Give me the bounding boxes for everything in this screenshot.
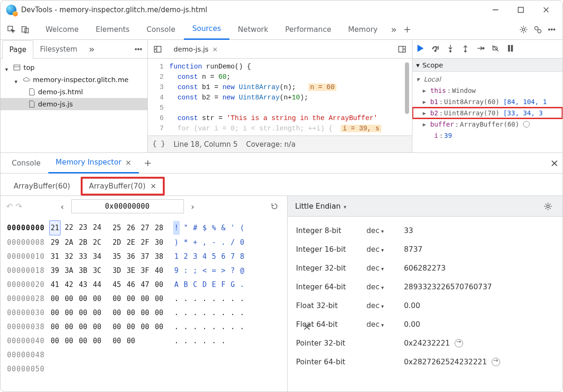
hex-byte[interactable]: 00	[49, 292, 61, 306]
add-panel-plus-icon[interactable]	[400, 23, 414, 37]
hex-byte[interactable]: 2E	[125, 235, 137, 249]
settings-gear-icon[interactable]	[517, 23, 531, 37]
hex-byte[interactable]: 32	[63, 249, 75, 264]
hex-byte[interactable]: 2F	[139, 235, 151, 249]
address-input[interactable]	[71, 199, 184, 213]
value-encoding-selector[interactable]: dec	[366, 320, 404, 329]
hex-byte[interactable]: 35	[111, 249, 122, 264]
hex-row[interactable]: 00000050	[7, 362, 282, 376]
ascii-char[interactable]: #	[192, 221, 198, 235]
ascii-char[interactable]: 8	[239, 249, 245, 264]
panel-tab-sources[interactable]: Sources	[184, 19, 229, 40]
ascii-char[interactable]: D	[201, 278, 208, 292]
ascii-char[interactable]: .	[201, 292, 208, 306]
ascii-char[interactable]: F	[220, 278, 227, 292]
ascii-char[interactable]	[239, 334, 245, 348]
scope-var-this[interactable]: this: Window	[412, 85, 563, 96]
hex-byte[interactable]: 23	[77, 220, 89, 235]
ascii-char[interactable]: .	[183, 334, 189, 348]
hex-byte[interactable]: 3D	[111, 264, 122, 278]
hex-byte[interactable]: 00	[125, 320, 137, 334]
hex-byte[interactable]	[139, 334, 151, 348]
code-area[interactable]: function runDemo() { const n = 60; const…	[167, 59, 412, 136]
ascii-char[interactable]: 2	[183, 249, 189, 264]
ascii-char[interactable]: $	[201, 221, 208, 235]
hex-byte[interactable]: 2D	[111, 235, 122, 249]
tree-file-js[interactable]: demo-js.js	[0, 98, 147, 110]
hex-byte[interactable]: 30	[153, 235, 165, 249]
ascii-char[interactable]: &	[220, 221, 227, 235]
ascii-char[interactable]: .	[239, 292, 245, 306]
ascii-char[interactable]: ?	[229, 264, 236, 278]
more-navigator-tabs-icon[interactable]	[84, 42, 98, 56]
hex-byte[interactable]: 26	[125, 221, 137, 235]
value-encoding-selector[interactable]: dec	[366, 302, 404, 310]
close-drawer-icon[interactable]: ×	[550, 157, 559, 169]
editor-scrollbar[interactable]	[405, 62, 409, 114]
navigator-tab-page[interactable]: Page	[2, 40, 33, 59]
ascii-char[interactable]: E	[211, 278, 217, 292]
hex-row[interactable]: 00000048	[7, 348, 282, 362]
hex-row[interactable]: 000000002122232425262728!"#$%&'(	[7, 220, 282, 235]
hex-byte[interactable]: 00	[49, 306, 61, 320]
memory-tab-ab70[interactable]: ArrayBuffer(70)×	[81, 177, 165, 196]
hex-byte[interactable]: 00	[125, 334, 137, 348]
ascii-char[interactable]: .	[229, 320, 236, 334]
hex-byte[interactable]: 46	[125, 278, 137, 292]
ascii-char[interactable]: .	[220, 292, 227, 306]
hex-byte[interactable]: 00	[153, 278, 165, 292]
hex-byte[interactable]: 00	[139, 306, 151, 320]
page-next-icon[interactable]: ›	[187, 202, 199, 211]
ascii-char[interactable]: 6	[220, 249, 227, 264]
ascii-char[interactable]: .	[173, 306, 180, 320]
page-prev-icon[interactable]: ‹	[56, 202, 68, 211]
hex-byte[interactable]: 3C	[91, 264, 103, 278]
hex-byte[interactable]: 2A	[63, 235, 75, 249]
endianness-selector[interactable]: Little Endian	[295, 202, 346, 211]
ascii-char[interactable]: >	[220, 264, 227, 278]
scope-var-b1[interactable]: b1: Uint8Array(60) [84, 104, 1	[412, 96, 563, 107]
hex-byte[interactable]: 43	[77, 278, 89, 292]
hex-row[interactable]: 00000008292A2B2C2D2E2F30)*+,-./0	[7, 235, 282, 249]
ascii-char[interactable]: <	[201, 264, 208, 278]
hex-byte[interactable]: 00	[153, 320, 165, 334]
history-back-icon[interactable]: ↶	[6, 202, 13, 211]
hex-byte[interactable]: 00	[139, 320, 151, 334]
hex-byte[interactable]: 00	[63, 292, 75, 306]
ascii-char[interactable]: '	[229, 221, 236, 235]
hex-byte[interactable]: 00	[125, 306, 137, 320]
deactivate-breakpoints-button[interactable]	[491, 44, 500, 54]
hex-byte[interactable]: 29	[49, 235, 61, 249]
close-tab-icon[interactable]: ×	[125, 158, 131, 167]
hex-byte[interactable]: 00	[91, 334, 103, 348]
add-drawer-tab-icon[interactable]	[141, 156, 155, 170]
navigator-tab-filesystem[interactable]: Filesystem	[33, 40, 84, 59]
device-toggle-icon[interactable]	[18, 23, 32, 37]
ascii-char[interactable]: (	[239, 221, 245, 235]
ascii-char[interactable]: .	[211, 320, 217, 334]
brackets-icon[interactable]: { }	[152, 140, 165, 148]
scope-var-buffer[interactable]: buffer: ArrayBuffer(60)	[412, 119, 563, 130]
hex-byte[interactable]: 00	[77, 306, 89, 320]
memory-tab-ab60[interactable]: ArrayBuffer(60)	[7, 177, 77, 196]
value-settings-gear-icon[interactable]	[541, 199, 555, 213]
hex-byte[interactable]: 21	[49, 220, 61, 235]
ascii-char[interactable]: *	[183, 235, 189, 249]
tree-file-html[interactable]: demo-js.html	[0, 86, 147, 98]
ascii-char[interactable]: )	[173, 235, 180, 249]
hex-byte[interactable]: 3A	[63, 264, 75, 278]
ascii-char[interactable]: 7	[229, 249, 236, 264]
pause-exceptions-button[interactable]	[506, 44, 515, 54]
ascii-char[interactable]: 4	[201, 249, 208, 264]
ascii-char[interactable]: .	[239, 320, 245, 334]
ascii-char[interactable]: .	[192, 292, 198, 306]
tree-domain[interactable]: memory-inspector.glitch.me	[0, 74, 147, 86]
hex-byte[interactable]: 25	[111, 221, 122, 235]
ascii-char[interactable]: 5	[211, 249, 217, 264]
step-over-button[interactable]	[431, 44, 440, 54]
hex-byte[interactable]: 28	[153, 221, 165, 235]
hex-byte[interactable]: 3B	[77, 264, 89, 278]
hex-byte[interactable]: 00	[63, 306, 75, 320]
hex-byte[interactable]: 3F	[139, 264, 151, 278]
ascii-char[interactable]: .	[192, 334, 198, 348]
